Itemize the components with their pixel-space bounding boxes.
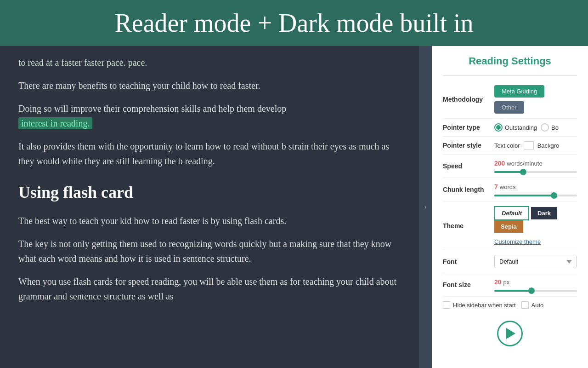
play-button[interactable] xyxy=(497,321,523,346)
chunk-slider-fill xyxy=(494,195,554,196)
theme-row: Theme Default Dark Sepia Customize theme xyxy=(443,201,577,250)
font-size-value: 20 xyxy=(494,278,502,286)
settings-panel: Reading Settings Methodology Meta Guidin… xyxy=(432,46,588,368)
method-btn-meta-guiding[interactable]: Meta Guiding xyxy=(494,85,544,98)
font-size-slider-thumb[interactable] xyxy=(528,288,535,294)
customize-theme-link[interactable]: Customize theme xyxy=(494,238,541,245)
theme-control: Default Dark Sepia Customize theme xyxy=(494,206,577,245)
speed-slider-thumb[interactable] xyxy=(520,169,526,175)
methodology-row: Methodology Meta Guiding Other xyxy=(443,80,577,119)
theme-btn-default[interactable]: Default xyxy=(494,206,529,220)
pointer-type-control: Outstanding Bo xyxy=(494,123,577,132)
auto-label: Auto xyxy=(531,302,544,309)
article-paragraph-2-highlight: interest in reading. xyxy=(18,117,92,129)
article-paragraph-5: The key is not only getting them used to… xyxy=(18,236,401,266)
pointer-outstanding-label: Outstanding xyxy=(505,124,537,131)
pointer-style-control: Text color Backgro xyxy=(494,141,577,150)
settings-divider xyxy=(443,75,577,76)
header-title: Reader mode + Dark mode built in xyxy=(114,9,473,37)
font-size-slider-container: 20 px xyxy=(494,278,577,292)
chunk-row: Chunk length 7 words xyxy=(443,178,577,201)
speed-value-display: 200 words/minute xyxy=(494,159,577,167)
play-button-container xyxy=(443,313,577,350)
radio-outstanding-icon xyxy=(494,123,503,132)
chunk-slider-track[interactable] xyxy=(494,195,577,196)
pointer-style-color-swatch[interactable] xyxy=(524,141,534,150)
article-heading-1: Using flash card xyxy=(18,179,401,206)
theme-buttons: Default Dark Sepia xyxy=(494,206,577,233)
speed-label: Speed xyxy=(443,162,489,170)
speed-slider-container: 200 words/minute xyxy=(494,159,577,173)
pointer-style-text-color-label: Text color xyxy=(494,142,520,149)
speed-value: 200 xyxy=(494,160,505,167)
chunk-slider-thumb[interactable] xyxy=(551,192,557,199)
radio-bo-icon xyxy=(541,123,549,132)
auto-checkbox[interactable] xyxy=(521,301,529,309)
speed-unit: words/minute xyxy=(507,160,542,167)
font-size-unit: px xyxy=(503,279,510,286)
speed-row: Speed 200 words/minute xyxy=(443,155,577,178)
theme-btn-sepia[interactable]: Sepia xyxy=(494,220,523,233)
speed-control: 200 words/minute xyxy=(494,159,577,173)
hide-sidebar-checkbox[interactable] xyxy=(443,301,450,309)
pointer-type-row: Pointer type Outstanding Bo xyxy=(443,119,577,137)
speed-slider-track[interactable] xyxy=(494,171,577,173)
chevron-right-icon: › xyxy=(424,203,426,211)
article-paragraph-2-start: Doing so will improve their comprehensio… xyxy=(18,104,286,114)
font-size-slider-fill xyxy=(494,290,531,292)
main-area: to read at a faster faster pace. pace. T… xyxy=(0,46,588,368)
font-row: Font Default Arial Georgia Times New Rom… xyxy=(443,250,577,273)
font-size-row: Font size 20 px xyxy=(443,273,577,297)
chunk-slider-container: 7 words xyxy=(494,183,577,196)
pointer-option-bo[interactable]: Bo xyxy=(541,123,559,132)
checkbox-row: Hide sidebar when start Auto xyxy=(443,297,577,313)
chunk-label: Chunk length xyxy=(443,186,489,193)
method-btn-other[interactable]: Other xyxy=(494,101,524,114)
pointer-bo-label: Bo xyxy=(551,124,559,131)
article-paragraph-4: The best way to teach your kid how to re… xyxy=(18,213,401,228)
pointer-style-bg-label: Backgro xyxy=(537,142,560,149)
speed-slider-fill xyxy=(494,171,523,173)
chunk-value: 7 xyxy=(494,183,498,190)
hide-sidebar-label: Hide sidebar when start xyxy=(453,302,516,309)
pointer-style-row: Pointer style Text color Backgro xyxy=(443,137,577,155)
article-paragraph-1: There are many benefits to teaching your… xyxy=(18,78,401,93)
settings-title: Reading Settings xyxy=(443,55,577,67)
font-size-slider-track[interactable] xyxy=(494,290,577,292)
article-paragraph-3: It also provides them with the opportuni… xyxy=(18,139,401,168)
methodology-label: Methodology xyxy=(443,96,489,103)
methodology-control: Meta Guiding Other xyxy=(494,85,577,114)
font-dropdown[interactable]: Default Arial Georgia Times New Roman xyxy=(494,255,577,268)
chunk-unit: words xyxy=(500,184,516,190)
theme-btn-dark[interactable]: Dark xyxy=(531,207,557,219)
font-size-control: 20 px xyxy=(494,278,577,292)
header-banner: Reader mode + Dark mode built in xyxy=(0,0,588,46)
auto-item[interactable]: Auto xyxy=(521,301,544,309)
play-icon xyxy=(506,328,515,339)
pointer-option-outstanding[interactable]: Outstanding xyxy=(494,123,537,132)
theme-label: Theme xyxy=(443,222,489,230)
article-paragraph-2: Doing so will improve their comprehensio… xyxy=(18,101,401,131)
font-size-label: Font size xyxy=(443,281,489,288)
font-size-value-display: 20 px xyxy=(494,278,577,286)
hide-sidebar-item[interactable]: Hide sidebar when start xyxy=(443,301,516,309)
font-label: Font xyxy=(443,258,489,265)
pointer-type-label: Pointer type xyxy=(443,124,489,131)
pointer-style-label: Pointer style xyxy=(443,142,489,149)
article-intro: to read at a faster faster pace. pace. xyxy=(18,55,401,70)
font-control: Default Arial Georgia Times New Roman xyxy=(494,255,577,268)
chunk-value-display: 7 words xyxy=(494,183,577,191)
sidebar-toggle[interactable]: › xyxy=(419,46,432,368)
article-paragraph-6: When you use flash cards for speed readi… xyxy=(18,274,401,304)
chunk-control: 7 words xyxy=(494,183,577,196)
article-content: to read at a faster faster pace. pace. T… xyxy=(0,46,419,368)
